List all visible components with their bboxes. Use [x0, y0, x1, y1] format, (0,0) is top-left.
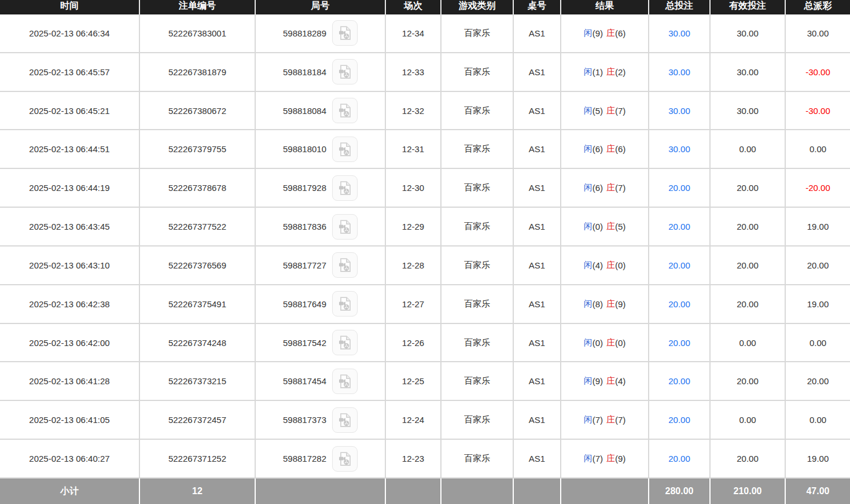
cell-total-bet: 20.00	[649, 208, 711, 245]
video-replay-button[interactable]	[332, 214, 358, 240]
col-header-round-id-label: 局号	[311, 0, 330, 12]
result-banker-label: 庄	[606, 144, 615, 154]
cell-game-type: 百家乐	[441, 247, 514, 284]
col-header-game-type-label: 游戏类别	[459, 0, 496, 12]
result-player-label: 闲	[584, 260, 593, 271]
cell-result: 闲(4)庄(0)	[561, 247, 649, 284]
cell-round-id: 598817649	[256, 285, 386, 323]
session-value: 12-23	[402, 454, 424, 463]
cell-round-id: 598818289	[256, 14, 386, 52]
round-id-value: 598817649	[283, 299, 326, 309]
table-row: 2025-02-13 06:46:34 522267383001 5988182…	[0, 14, 850, 53]
cell-time: 2025-02-13 06:41:05	[0, 401, 140, 439]
cell-time: 2025-02-13 06:43:10	[0, 247, 140, 284]
footer-total-bet-value: 280.00	[665, 486, 694, 496]
session-value: 12-29	[402, 222, 424, 231]
total-bet-value: 20.00	[668, 183, 690, 193]
table-no-value: AS1	[529, 338, 545, 348]
col-header-total-bet: 总投注	[649, 0, 711, 14]
result-banker-value: (9)	[615, 454, 625, 463]
cell-game-type: 百家乐	[441, 14, 514, 52]
table-row: 2025-02-13 06:44:19 522267378678 5988179…	[0, 169, 850, 208]
cell-valid-bet: 20.00	[711, 440, 786, 477]
table-no-value: AS1	[529, 299, 545, 309]
result-player-value: (0)	[593, 222, 603, 231]
video-replay-button[interactable]	[332, 175, 358, 201]
result-player-label: 闲	[584, 337, 593, 348]
cell-result: 闲(9)庄(6)	[561, 14, 649, 52]
valid-bet-value: 0.00	[739, 415, 756, 425]
result-player-value: (7)	[593, 454, 603, 463]
video-replay-button[interactable]	[332, 446, 358, 472]
result-banker-value: (7)	[615, 106, 625, 116]
cell-table-no: AS1	[514, 362, 561, 400]
col-header-session-label: 场次	[404, 0, 422, 12]
bet-id-value: 522267381879	[168, 67, 226, 77]
footer-subtotal-label: 小计	[60, 485, 79, 498]
payout-value: 19.00	[807, 222, 829, 231]
video-replay-button[interactable]	[332, 252, 358, 278]
video-replay-button[interactable]	[332, 407, 358, 433]
table-row: 2025-02-13 06:45:57 522267381879 5988181…	[0, 53, 850, 92]
cell-bet-id: 522267381879	[140, 53, 256, 91]
round-id-value: 598818084	[283, 106, 326, 116]
session-value: 12-31	[402, 144, 424, 154]
valid-bet-value: 30.00	[737, 67, 759, 77]
cell-time: 2025-02-13 06:42:38	[0, 285, 140, 323]
result-banker-label: 庄	[606, 105, 615, 116]
video-replay-button[interactable]	[332, 20, 358, 46]
cell-result: 闲(6)庄(7)	[561, 169, 649, 207]
col-header-table-no-label: 桌号	[528, 0, 546, 12]
cell-table-no: AS1	[514, 53, 561, 91]
cell-total-bet: 20.00	[649, 247, 711, 284]
table-row: 2025-02-13 06:40:27 522267371252 5988172…	[0, 440, 850, 479]
valid-bet-value: 20.00	[737, 260, 759, 270]
total-bet-value: 30.00	[668, 67, 690, 77]
cell-session: 12-34	[386, 14, 441, 52]
col-header-valid-bet: 有效投注	[711, 0, 786, 14]
cell-total-bet: 20.00	[649, 169, 711, 207]
video-replay-button[interactable]	[332, 330, 358, 355]
time-value: 2025-02-13 06:44:51	[29, 144, 109, 154]
session-value: 12-26	[402, 338, 424, 348]
video-file-icon	[337, 373, 353, 389]
cell-table-no: AS1	[514, 130, 561, 168]
cell-valid-bet: 30.00	[711, 14, 786, 52]
footer-subtotal-label-cell: 小计	[0, 479, 140, 504]
video-replay-button[interactable]	[332, 137, 358, 162]
payout-value: 20.00	[807, 376, 829, 386]
video-replay-button[interactable]	[332, 369, 358, 394]
valid-bet-value: 30.00	[737, 106, 759, 116]
video-replay-button[interactable]	[332, 291, 358, 317]
video-replay-button[interactable]	[332, 59, 358, 84]
table-row: 2025-02-13 06:45:21 522267380672 5988180…	[0, 92, 850, 131]
cell-table-no: AS1	[514, 169, 561, 207]
cell-result: 闲(0)庄(5)	[561, 208, 649, 245]
payout-value: 0.00	[809, 338, 826, 348]
video-replay-button[interactable]	[332, 98, 358, 123]
cell-payout: -30.00	[786, 53, 850, 91]
round-id-value: 598817373	[283, 415, 326, 425]
cell-bet-id: 522267379755	[140, 130, 256, 168]
time-value: 2025-02-13 06:42:38	[29, 299, 109, 309]
result-player-label: 闲	[584, 221, 593, 232]
bet-records-table: 时间 注单编号 局号 场次 游戏类别 桌号 结果 总投注 有效投注 总派彩 20…	[0, 0, 850, 504]
cell-valid-bet: 30.00	[711, 53, 786, 91]
cell-time: 2025-02-13 06:40:27	[0, 440, 140, 477]
cell-time: 2025-02-13 06:45:21	[0, 92, 140, 130]
game-type-value: 百家乐	[464, 182, 490, 193]
video-file-icon	[337, 412, 353, 428]
total-bet-value: 20.00	[668, 376, 690, 386]
round-id-value: 598817454	[283, 376, 326, 386]
col-header-time: 时间	[0, 0, 140, 14]
bet-id-value: 522267378678	[168, 183, 226, 193]
cell-total-bet: 30.00	[649, 14, 711, 52]
col-header-round-id: 局号	[256, 0, 386, 14]
time-value: 2025-02-13 06:41:28	[29, 376, 109, 386]
video-file-icon	[337, 334, 353, 351]
result-banker-label: 庄	[606, 221, 615, 232]
result-player-value: (1)	[593, 67, 603, 77]
footer-empty-cell	[514, 479, 561, 504]
cell-time: 2025-02-13 06:43:45	[0, 208, 140, 245]
session-value: 12-33	[402, 67, 424, 77]
